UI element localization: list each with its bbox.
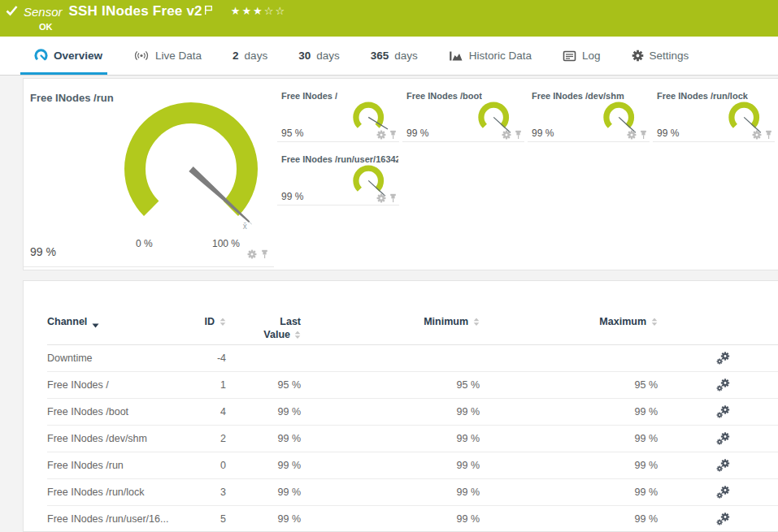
main-gauge-card: Free INodes /run x̄ 0 % 100 % 99 % bbox=[24, 79, 274, 267]
tab-label: Overview bbox=[54, 50, 102, 62]
sensor-title: SSH INodes Free v2 bbox=[69, 3, 202, 19]
channel-minimum: 99 % bbox=[301, 487, 480, 498]
table-row[interactable]: Free INodes /run 0 99 % 99 % 99 % bbox=[47, 452, 778, 479]
tab-2-days[interactable]: 2days bbox=[233, 37, 267, 75]
gauge-value: 95 % bbox=[281, 128, 303, 139]
tab-log[interactable]: Log bbox=[563, 37, 601, 75]
channel-name[interactable]: Free INodes /run/user/16... bbox=[47, 513, 177, 525]
star-filled-icon[interactable]: ★ bbox=[231, 5, 242, 17]
channel-minimum: 99 % bbox=[301, 460, 480, 471]
channel-minimum: 95 % bbox=[301, 379, 480, 391]
channel-settings-icon[interactable] bbox=[658, 458, 778, 473]
channel-settings-icon[interactable] bbox=[658, 485, 778, 500]
gauges-panel: Free INodes /run x̄ 0 % 100 % 99 % Free … bbox=[23, 78, 778, 270]
channel-last-value: 99 % bbox=[226, 460, 301, 471]
sort-icon bbox=[219, 318, 226, 329]
table-row[interactable]: Free INodes /run/lock 3 99 % 99 % 99 % bbox=[47, 479, 778, 506]
gauge-pin-icon[interactable] bbox=[260, 248, 269, 262]
gauge-card: Free INodes /dev/shm 99 % bbox=[528, 79, 650, 142]
gauge-settings-icon[interactable] bbox=[627, 128, 637, 143]
star-empty-icon[interactable]: ☆ bbox=[275, 5, 286, 17]
channel-id: -4 bbox=[177, 353, 226, 364]
live-icon bbox=[133, 50, 150, 62]
average-marker: x̄ bbox=[243, 222, 247, 231]
channel-settings-icon[interactable] bbox=[658, 512, 778, 526]
tab-label: days bbox=[316, 50, 340, 62]
gauge-pin-icon[interactable] bbox=[764, 128, 773, 143]
sort-icon bbox=[473, 318, 480, 329]
channel-id: 2 bbox=[177, 433, 226, 444]
tab-settings[interactable]: Settings bbox=[632, 37, 689, 75]
table-row[interactable]: Free INodes / 1 95 % 95 % 95 % bbox=[47, 372, 778, 399]
gauge-card: Free INodes / 95 % bbox=[277, 79, 399, 142]
channel-name[interactable]: Free INodes /dev/shm bbox=[47, 433, 177, 444]
column-header-last-value[interactable]: Last Value bbox=[226, 317, 301, 344]
gauge-settings-icon[interactable] bbox=[376, 128, 386, 143]
log-icon bbox=[563, 50, 576, 62]
gauge-settings-icon[interactable] bbox=[247, 248, 257, 262]
column-header-maximum[interactable]: Maximum bbox=[480, 317, 658, 344]
channel-settings-icon[interactable] bbox=[658, 351, 778, 365]
gauge-value: 99 % bbox=[532, 128, 554, 139]
channel-id: 4 bbox=[177, 406, 226, 417]
channel-name[interactable]: Free INodes /run/lock bbox=[47, 487, 177, 498]
gauge-scale-max: 100 % bbox=[212, 238, 240, 249]
gauge-pin-icon[interactable] bbox=[639, 128, 648, 143]
tab-365-days[interactable]: 365days bbox=[371, 37, 418, 75]
channel-id: 1 bbox=[177, 379, 226, 391]
gauge-pin-icon[interactable] bbox=[389, 192, 398, 206]
sensor-status-text: OK bbox=[39, 22, 53, 32]
gauge-settings-icon[interactable] bbox=[502, 128, 511, 143]
channel-last-value: 99 % bbox=[226, 433, 301, 444]
channel-name[interactable]: Free INodes /boot bbox=[47, 406, 177, 417]
channel-settings-icon[interactable] bbox=[658, 378, 778, 392]
channel-maximum: 99 % bbox=[480, 406, 658, 417]
channel-name[interactable]: Free INodes /run bbox=[47, 460, 177, 471]
gauge-pin-icon[interactable] bbox=[514, 128, 523, 143]
star-empty-icon[interactable]: ☆ bbox=[264, 5, 276, 17]
gauge-settings-icon[interactable] bbox=[376, 192, 386, 206]
flag-icon[interactable] bbox=[204, 4, 213, 19]
table-row[interactable]: Free INodes /dev/shm 2 99 % 99 % 99 % bbox=[47, 426, 778, 452]
sort-icon bbox=[294, 331, 301, 342]
tab-historic-data[interactable]: Historic Data bbox=[449, 37, 532, 75]
star-filled-icon[interactable]: ★ bbox=[241, 5, 253, 17]
gauge-card: Free INodes /boot 99 % bbox=[402, 79, 524, 142]
star-filled-icon[interactable]: ★ bbox=[253, 5, 264, 17]
column-header-minimum[interactable]: Minimum bbox=[301, 317, 480, 344]
rating-stars[interactable]: ★★★☆☆ bbox=[231, 5, 286, 17]
channel-maximum: 99 % bbox=[480, 487, 658, 498]
table-row[interactable]: Free INodes /boot 4 99 % 99 % 99 % bbox=[47, 399, 778, 426]
settings-icon bbox=[632, 50, 644, 62]
column-header-channel[interactable]: Channel bbox=[47, 317, 177, 344]
gauge-scale-min: 0 % bbox=[136, 238, 153, 249]
channel-name[interactable]: Free INodes / bbox=[47, 379, 177, 391]
gauge-settings-icon[interactable] bbox=[752, 128, 762, 143]
gauge-icon bbox=[34, 49, 48, 63]
sort-desc-icon bbox=[92, 320, 99, 331]
tab-live-data[interactable]: Live Data bbox=[133, 37, 202, 75]
tab-bar: OverviewLive Data2days30days365daysHisto… bbox=[0, 37, 778, 76]
object-category: Sensor bbox=[24, 5, 63, 19]
gauge-card: Free INodes /run/user/16342... 99 % bbox=[277, 142, 399, 205]
channel-name[interactable]: Downtime bbox=[47, 353, 177, 364]
main-gauge-value: 99 % bbox=[30, 245, 56, 258]
tab-30-days[interactable]: 30days bbox=[298, 37, 340, 75]
table-row[interactable]: Free INodes /run/user/16... 5 99 % 99 % … bbox=[47, 506, 778, 532]
column-header-id[interactable]: ID bbox=[177, 317, 226, 344]
channel-id: 5 bbox=[177, 513, 226, 525]
channel-settings-icon[interactable] bbox=[658, 431, 778, 446]
channel-minimum: 99 % bbox=[301, 406, 480, 417]
sort-icon bbox=[651, 318, 658, 329]
table-row[interactable]: Downtime -4 bbox=[47, 345, 778, 372]
tab-number: 365 bbox=[371, 50, 389, 62]
sensor-status-bar: Sensor SSH INodes Free v2 ★★★☆☆ OK bbox=[0, 0, 778, 37]
tab-overview[interactable]: Overview bbox=[34, 37, 102, 75]
channel-settings-icon[interactable] bbox=[658, 404, 778, 419]
tab-number: 30 bbox=[298, 50, 311, 62]
gauge-pin-icon[interactable] bbox=[389, 128, 398, 143]
channel-last-value: 99 % bbox=[226, 513, 301, 525]
ok-check-icon bbox=[6, 5, 18, 19]
main-gauge-title: Free INodes /run bbox=[30, 92, 114, 104]
channel-table-panel: Channel ID Last Value Minimum Maximum bbox=[23, 280, 778, 532]
